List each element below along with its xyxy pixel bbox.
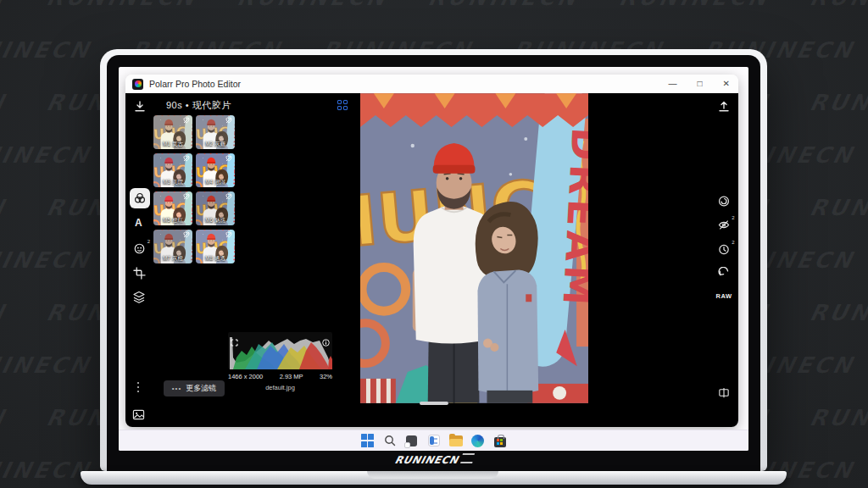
app-body: A 2: [125, 93, 738, 427]
filter-label: M4 潮湿: [196, 179, 235, 186]
filename-label: default.jpg: [228, 384, 332, 391]
laptop-screen: Polarr Pro Photo Editor — □ ✕: [119, 67, 748, 451]
favorite-heart-icon[interactable]: [225, 155, 232, 162]
right-toolbar: 2 2: [709, 93, 738, 427]
laptop-bezel: Polarr Pro Photo Editor — □ ✕: [107, 55, 760, 471]
filter-thumb-m6[interactable]: M6 魅惑: [196, 191, 235, 225]
show-original-badge: 2: [732, 215, 734, 220]
filter-thumb-m3[interactable]: M3 美院: [153, 153, 192, 187]
export-icon[interactable]: [717, 100, 731, 117]
layers-tool-icon[interactable]: [132, 291, 146, 304]
file-explorer-icon[interactable]: [448, 434, 463, 448]
histogram[interactable]: [228, 332, 332, 369]
photo-canvas[interactable]: [360, 93, 588, 403]
start-button[interactable]: [360, 434, 375, 448]
favorite-heart-icon[interactable]: [225, 117, 232, 124]
filter-thumbnail-grid: M1 复古 M2 灰霾 M3 美院: [153, 115, 235, 263]
favorite-heart-icon[interactable]: [183, 193, 190, 200]
filter-thumb-m1[interactable]: M1 复古: [153, 115, 192, 149]
filter-label: M3 美院: [153, 179, 192, 186]
filter-label: M7 灰橙: [153, 255, 192, 263]
compare-view-icon[interactable]: [718, 386, 731, 402]
filter-thumb-m2[interactable]: M2 灰霾: [196, 115, 235, 149]
favorite-heart-icon[interactable]: [183, 155, 190, 162]
brand-logo: RUNINECN: [393, 453, 474, 466]
favorite-heart-icon[interactable]: [183, 117, 190, 124]
maximize-button[interactable]: □: [698, 75, 703, 93]
laptop-base: [81, 471, 787, 485]
grid-view-icon[interactable]: [337, 100, 348, 110]
image-dimensions: 1466 x 2000: [228, 373, 263, 380]
microsoft-store-icon[interactable]: [492, 434, 507, 448]
favorite-heart-icon[interactable]: [225, 231, 232, 238]
filter-label: M6 魅惑: [196, 217, 235, 225]
raw-toggle[interactable]: RAW: [716, 292, 732, 300]
filters-tool-selected[interactable]: [130, 188, 150, 208]
panel-overflow-menu-icon[interactable]: [137, 382, 139, 392]
open-image-icon[interactable]: [132, 408, 145, 421]
polarr-app-icon: [132, 79, 143, 90]
favorite-heart-icon[interactable]: [183, 231, 190, 238]
filter-label: M5 橙红: [153, 217, 192, 225]
scrollbar-handle[interactable]: [420, 402, 448, 405]
filter-thumb-m5[interactable]: M5 橙红: [153, 191, 192, 225]
text-tool-icon[interactable]: A: [135, 217, 142, 229]
close-button[interactable]: ✕: [723, 75, 730, 93]
zoom-level: 32%: [320, 373, 332, 380]
filter-thumb-m8[interactable]: M8 通透: [196, 230, 235, 263]
image-info-row: 1466 x 2000 2.93 MP 32%: [228, 373, 332, 380]
lens-overlay-icon[interactable]: [718, 195, 731, 211]
more-filters-dots: •••: [172, 385, 181, 392]
filter-label: M1 复古: [153, 141, 192, 148]
filter-collection-title: 90s • 现代胶片: [166, 99, 231, 112]
crop-tool-icon[interactable]: [133, 267, 146, 280]
favorite-heart-icon[interactable]: [225, 193, 232, 200]
retouch-tool-icon[interactable]: 2: [133, 242, 146, 255]
promo-background: RUNINECN RUNINECN RUNINECN RUNINECN RUNI…: [0, 0, 868, 488]
laptop-notch: [367, 471, 498, 479]
history-icon[interactable]: 2: [718, 243, 731, 259]
retouch-badge: 2: [147, 239, 150, 244]
widgets-icon[interactable]: [426, 434, 441, 448]
download-icon[interactable]: [133, 100, 147, 114]
minimize-button[interactable]: —: [669, 75, 677, 93]
filter-label: M2 灰霾: [196, 141, 235, 148]
expand-histogram-icon[interactable]: [231, 335, 238, 350]
title-bar: Polarr Pro Photo Editor — □ ✕: [125, 75, 738, 93]
task-view-icon[interactable]: [404, 434, 419, 448]
info-icon[interactable]: [322, 335, 330, 350]
polarr-app-window: Polarr Pro Photo Editor — □ ✕: [125, 75, 738, 427]
history-badge: 2: [732, 240, 734, 245]
filter-collection-header: 90s • 现代胶片: [154, 95, 361, 115]
filter-label: M8 通透: [196, 255, 235, 263]
image-megapixels: 2.93 MP: [280, 373, 303, 380]
edge-browser-icon[interactable]: [470, 434, 485, 448]
watermark-text-row: RUNINECN RUNINECN RUNINECN RUNINECN RUNI…: [0, 0, 868, 10]
more-filters-button[interactable]: ••• 更多滤镜: [164, 380, 225, 396]
show-original-icon[interactable]: 2: [718, 219, 731, 235]
laptop-lid: Polarr Pro Photo Editor — □ ✕: [100, 49, 767, 471]
filter-thumb-m7[interactable]: M7 灰橙: [153, 230, 192, 263]
windows-taskbar: [119, 430, 748, 451]
undo-icon[interactable]: [718, 267, 731, 283]
filter-thumb-m4[interactable]: M4 潮湿: [196, 153, 235, 187]
window-title: Polarr Pro Photo Editor: [149, 79, 241, 89]
more-filters-label: 更多滤镜: [186, 383, 216, 394]
search-icon[interactable]: [382, 434, 397, 448]
